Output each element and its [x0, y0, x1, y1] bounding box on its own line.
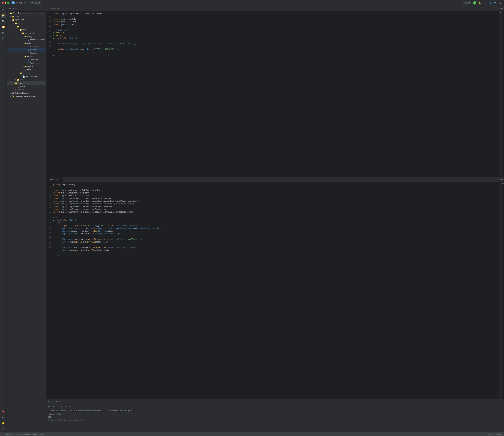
sidebar-item-test-folder[interactable]: ▶ 📁 test [7, 78, 46, 82]
sidebar-item-main-configuration[interactable]: C MainConfiguration [7, 38, 46, 41]
find-icon[interactable]: 🔍 [1, 18, 6, 24]
right-gutter-student: ⚠ 14 ∧ ∨ [502, 11, 504, 177]
titlebar-right: Main ▾ ▶ 🐛 ⋯ 👤 🔍 ⚙ [463, 1, 502, 5]
sidebar-item-resources[interactable]: ▾ 📁 resources [7, 72, 46, 75]
sidebar-item-listener[interactable]: ▾ 📁 listener [7, 55, 46, 58]
sidebar-item-test-properties[interactable]: 📄 test.properties [7, 75, 46, 78]
search-button[interactable]: 🔍 [494, 1, 497, 5]
branch-badge[interactable]: ⎇ master ▾ [30, 1, 42, 4]
sidebar-item-main-folder[interactable]: ▾ 📁 main [7, 25, 46, 28]
run-icon[interactable]: ▶ [1, 30, 6, 35]
tree-root[interactable]: ▾ 📁 SpringTest ~/Desktop/CS/JavaEE/2 Jav… [7, 11, 46, 15]
sidebar-item-test-event[interactable]: C TestEvent [7, 58, 46, 62]
tab-main-run[interactable]: Main ✕ [54, 399, 64, 404]
main-run-tab-label: Main [56, 400, 60, 402]
account-icon[interactable]: 👤 [489, 1, 492, 5]
folder-icon: 📁 [15, 82, 17, 84]
indent[interactable]: 4 spaces [495, 433, 502, 435]
chevron-right-icon: ▶ [10, 95, 12, 98]
line-sep[interactable]: LF [485, 433, 486, 435]
close-button[interactable] [2, 2, 4, 4]
hamburger-icon[interactable]: ☰ [1, 7, 6, 12]
tab-close-student[interactable]: ✕ [61, 7, 63, 9]
sidebar-item-src[interactable]: ▾ 📁 src [7, 21, 46, 25]
settings-sidebar-icon[interactable]: ⚙ [1, 426, 6, 431]
right-gutter-main: ⚠ 3 ∧ ∨ [502, 182, 504, 399]
minimize-button[interactable] [5, 2, 6, 4]
sidebar-item-config[interactable]: ▾ 📁 config [7, 35, 46, 38]
sidebar-item-external-libraries[interactable]: ▶ 📚 External Libraries [7, 91, 46, 95]
restart-button[interactable]: ↻ [47, 405, 51, 408]
notifications-icon[interactable]: 🔔 [1, 420, 6, 425]
titlebar: ST SpringTest ▾ ⎇ master ▾ Main ▾ ▶ 🐛 ⋯ … [0, 0, 504, 6]
editor-tabs-top: C Student.java ✕ ⋯ ⊟ [46, 6, 504, 11]
tab-actions-top: ⋯ ⊟ [498, 6, 504, 11]
test-event-label: TestEvent [30, 59, 38, 61]
sidebar-item-gitignore[interactable]: G .gitignore [7, 85, 46, 88]
sidebar-item-java-folder[interactable]: ▾ 📁 java [7, 28, 46, 31]
folder-icon: 📁 [12, 19, 15, 21]
settings-button[interactable]: ⚙ [499, 1, 502, 5]
sidebar-item-pom-xml[interactable]: m pom.xml [7, 88, 46, 91]
run-button[interactable]: ▶ [473, 1, 476, 5]
sidebar-item-scratches[interactable]: ▶ ✏️ Scratches and Consoles [7, 95, 46, 98]
more-run-options[interactable]: ⋯ [68, 405, 72, 408]
vcs-status[interactable]: ✓ SpringTest [2, 433, 12, 435]
sidebar-item-teacher[interactable]: C Teacher [7, 52, 46, 55]
app-title: SpringTest [16, 2, 25, 4]
sidebar-item-springtest[interactable]: ▾ 📁 SpringTest [7, 18, 46, 21]
root-path: ~/Desktop/CS/JavaEE/2 Java Spring [22, 12, 46, 14]
plugins-icon[interactable]: ⬡ [1, 36, 6, 41]
split-bottom-button[interactable]: ⊟ [501, 179, 503, 181]
tab-close-run[interactable]: ✕ [61, 400, 62, 402]
project-icon[interactable]: 📁 [1, 13, 6, 18]
stop-button[interactable]: ■ [52, 405, 55, 408]
structure-icon[interactable]: 🗂 [1, 415, 6, 420]
step-button[interactable]: ⊞ [60, 405, 63, 408]
sidebar-item-org-example[interactable]: ▾ 📁 org.example [7, 31, 46, 35]
vcs-icon[interactable]: 🔀 [1, 24, 6, 29]
main-folder-label: main [20, 26, 24, 27]
sidebar-item-art-teacher[interactable]: C ArtTeacher [7, 45, 46, 48]
code-student[interactable]: import org.springframework.stereotype.Co… [52, 11, 499, 177]
debug-button[interactable]: 🐛 [478, 1, 482, 5]
entity-label: entity [27, 42, 32, 44]
filter-button[interactable]: ⊡ [64, 405, 68, 408]
breadcrumb-java: java [23, 433, 26, 435]
tab-student-java[interactable]: C Student.java ✕ [46, 6, 65, 11]
java-icon: C [24, 69, 27, 71]
tab-close-main[interactable]: ✕ [59, 179, 61, 181]
sidebar-item-main-java[interactable]: C Main [7, 68, 46, 72]
tab-run[interactable]: Run [46, 399, 54, 404]
sidebar-item-service[interactable]: ▶ 📁 service [7, 65, 46, 68]
more-tabs-bottom-button[interactable]: ⋯ [499, 179, 501, 181]
chevron-right-icon: ▶ [12, 82, 15, 84]
folder-icon: 📁 [22, 32, 24, 34]
sidebar-item-test-listener[interactable]: C TestListener [7, 62, 46, 65]
java-icon: C [27, 62, 30, 64]
encoding[interactable]: UTF-8 [489, 433, 493, 435]
maximize-button[interactable] [7, 2, 9, 4]
chevron-down-icon: ▾ [19, 32, 22, 34]
folder-icon: 📁 [15, 22, 17, 24]
code-main[interactable]: package org.example; import org.example.… [52, 182, 499, 399]
output-line-2: CCC [48, 416, 502, 419]
branch-icon: ⎇ [31, 2, 33, 4]
split-editor-button[interactable]: ⊟ [501, 7, 503, 9]
tab-main-java[interactable]: C Main.java ✕ [46, 177, 63, 182]
pause-button[interactable]: ⏸ [56, 405, 59, 408]
test-folder-label: test [20, 79, 23, 81]
sidebar-tree: ▾ 📁 SpringTest ~/Desktop/CS/JavaEE/2 Jav… [7, 11, 46, 432]
sidebar-item-idea[interactable]: ▶ 📁 .idea [7, 15, 46, 18]
run-config-badge[interactable]: Main ▾ [463, 1, 471, 4]
folder-icon: 📁 [24, 42, 27, 44]
sidebar-item-entity[interactable]: ▾ 📁 entity [7, 41, 46, 45]
java-folder-label: java [22, 29, 26, 31]
bookmarks-icon[interactable]: 🔖 [1, 409, 6, 414]
more-options-button[interactable]: ⋯ [483, 1, 487, 5]
sidebar-item-target[interactable]: ▶ 📁 target [7, 82, 46, 85]
java-icon: C [27, 45, 30, 48]
sidebar-item-student[interactable]: C Student [7, 48, 46, 52]
cursor-position[interactable]: 11:74 [478, 433, 483, 435]
more-tabs-button[interactable]: ⋯ [499, 7, 501, 9]
